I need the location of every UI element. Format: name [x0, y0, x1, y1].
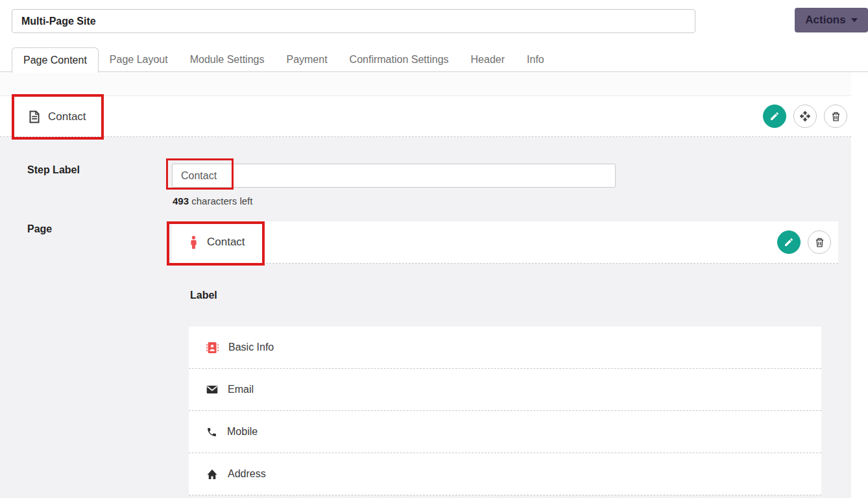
edit-page-button[interactable] — [777, 230, 801, 254]
edit-step-button[interactable] — [763, 105, 786, 128]
move-step-button[interactable] — [793, 105, 817, 128]
trash-icon — [830, 111, 841, 122]
tab-info[interactable]: Info — [516, 47, 555, 72]
address-book-icon — [206, 342, 219, 354]
step-section-header: Contact — [0, 95, 851, 137]
fields-heading: Label — [190, 290, 217, 301]
tab-bar: Page Content Page Layout Module Settings… — [12, 47, 555, 72]
characters-left-label: characters left — [191, 195, 252, 206]
move-arrows-icon — [799, 110, 811, 122]
pencil-icon — [784, 237, 794, 247]
page-item[interactable]: Contact — [190, 221, 245, 263]
home-icon — [206, 469, 218, 480]
step-label-field-label: Step Label — [27, 164, 80, 176]
characters-left-text: 493 characters left — [173, 195, 252, 206]
page-item-label: Contact — [207, 236, 245, 249]
delete-page-button[interactable] — [808, 230, 831, 254]
page-field-label: Page — [27, 223, 52, 235]
actions-button[interactable]: Actions — [795, 8, 868, 32]
phone-icon — [206, 427, 217, 438]
list-item-address[interactable]: Address — [189, 453, 821, 495]
page-item-panel: Contact — [172, 221, 838, 264]
characters-left-count: 493 — [173, 195, 189, 206]
form-title-input[interactable] — [12, 9, 695, 33]
list-item-label: Address — [228, 468, 266, 480]
delete-step-button[interactable] — [824, 105, 847, 128]
list-item-mobile[interactable]: Mobile — [189, 411, 821, 453]
tab-payment[interactable]: Payment — [275, 47, 338, 72]
list-item-basic-info[interactable]: Basic Info — [189, 327, 821, 369]
tab-page-layout[interactable]: Page Layout — [99, 47, 179, 72]
caret-down-icon — [851, 18, 858, 22]
tab-header[interactable]: Header — [460, 47, 516, 72]
list-item-email[interactable]: Email — [189, 369, 821, 411]
person-icon — [190, 236, 197, 249]
trash-icon — [814, 237, 825, 248]
tab-module-settings[interactable]: Module Settings — [179, 47, 276, 72]
envelope-icon — [206, 385, 218, 394]
form-page-icon — [28, 110, 41, 123]
step-label-input[interactable] — [172, 164, 616, 188]
tab-page-content[interactable]: Page Content — [12, 47, 99, 73]
step-title-label: Contact — [48, 110, 86, 123]
fields-list: Basic Info Email Mobile Address — [189, 327, 821, 495]
panel-top-strip — [0, 72, 851, 95]
list-item-label: Mobile — [227, 426, 258, 438]
list-item-label: Basic Info — [228, 342, 274, 353]
pencil-icon — [769, 111, 780, 121]
actions-button-label: Actions — [805, 14, 845, 27]
step-title[interactable]: Contact — [28, 96, 86, 137]
list-item-label: Email — [228, 384, 254, 395]
tab-confirmation-settings[interactable]: Confirmation Settings — [339, 47, 460, 72]
